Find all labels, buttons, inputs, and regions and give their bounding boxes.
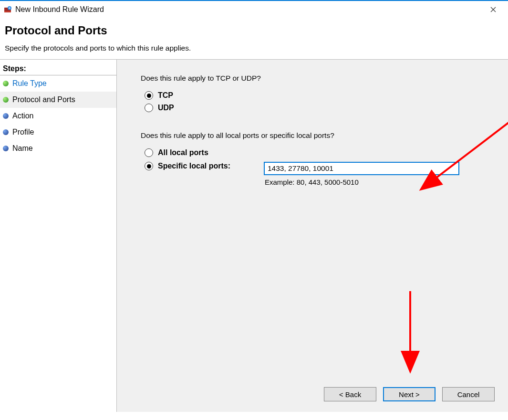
titlebar: New Inbound Rule Wizard [0,1,508,18]
main-panel: Does this rule apply to TCP or UDP? TCP … [117,60,508,412]
step-profile[interactable]: Profile [0,124,116,140]
step-bullet-icon [3,81,9,86]
page-title: Protocol and Ports [5,24,503,37]
step-bullet-icon [3,129,9,135]
step-label: Protocol and Ports [12,95,75,104]
tcp-radio[interactable] [145,91,153,100]
step-label: Name [12,144,33,153]
annotation-arrow-2 [401,289,420,379]
svg-point-4 [9,7,10,9]
step-bullet-icon [3,113,9,119]
step-action[interactable]: Action [0,108,116,124]
all-ports-radio[interactable] [145,148,153,157]
close-button[interactable] [482,2,504,17]
step-bullet-icon [3,97,9,103]
step-protocol-and-ports[interactable]: Protocol and Ports [0,92,116,108]
ports-input[interactable] [264,162,459,175]
wizard-button-bar: < Back Next > Cancel [324,387,495,401]
udp-radio[interactable] [145,104,153,112]
step-label: Rule Type [12,79,47,88]
firewall-icon [4,6,11,13]
window-title: New Inbound Rule Wizard [15,5,104,14]
steps-sidebar: Steps: Rule TypeProtocol and PortsAction… [0,60,117,412]
protocol-radio-group: TCP UDP [145,91,495,112]
ports-question: Does this rule apply to all local ports … [141,131,495,140]
specific-ports-radio-label: Specific local ports: [158,162,230,170]
step-label: Profile [12,128,34,136]
ports-example: Example: 80, 443, 5000-5010 [265,178,495,186]
all-ports-radio-label: All local ports [158,148,208,157]
steps-header: Steps: [0,63,116,75]
step-bullet-icon [3,146,9,151]
cancel-button[interactable]: Cancel [442,387,495,401]
back-button[interactable]: < Back [324,387,376,401]
step-rule-type[interactable]: Rule Type [0,75,116,92]
page-subtitle: Specify the protocols and ports to which… [5,44,503,52]
specific-ports-radio[interactable] [145,162,153,170]
tcp-radio-label: TCP [158,91,173,100]
step-name[interactable]: Name [0,140,116,157]
udp-radio-label: UDP [158,104,174,112]
next-button[interactable]: Next > [383,387,435,401]
protocol-question: Does this rule apply to TCP or UDP? [141,74,495,83]
step-label: Action [12,112,33,120]
header-area: Protocol and Ports Specify the protocols… [0,18,508,60]
